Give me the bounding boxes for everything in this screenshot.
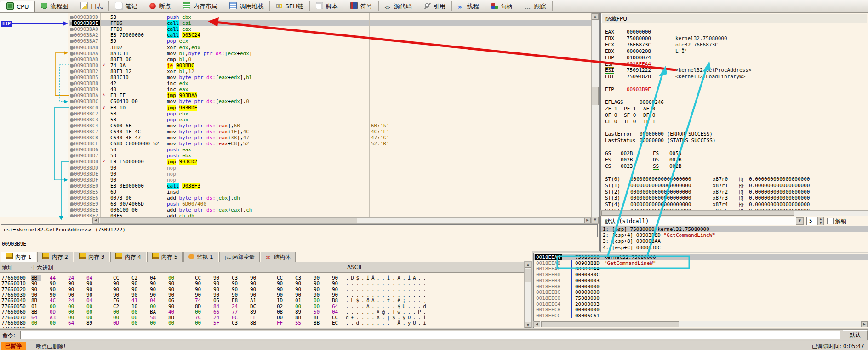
dump-row[interactable]: 7766001090909090909090909090909090909090…	[0, 281, 532, 286]
default-button[interactable]: 默认	[843, 330, 868, 340]
disasm-row[interactable]: 00903BE56Dinsd	[69, 189, 591, 195]
breakpoint-dot-icon[interactable]	[70, 88, 74, 92]
breakpoint-dot-icon[interactable]	[70, 178, 74, 182]
register-row[interactable]: ST(0)00000000000000000000x87r0空0.0000000…	[601, 176, 868, 183]
stack-row[interactable]: 0018EEAC000008AA	[534, 266, 868, 272]
stack-row[interactable]: 0018EEBC00000000	[534, 289, 868, 295]
breakpoint-dot-icon[interactable]	[70, 118, 74, 122]
breakpoint-dot-icon[interactable]	[70, 34, 74, 37]
scroll-left-icon[interactable]: ◀	[534, 321, 540, 327]
tab-script[interactable]: 脚本	[310, 1, 344, 11]
dump-row[interactable]: 7766005001000000C21000908D8424DC02000064…	[0, 304, 532, 309]
dump-row[interactable]: 77660090	[0, 326, 532, 328]
disasm-row[interactable]: 00903BC358pop eax	[69, 117, 591, 123]
stack-row[interactable]: 0018EEB800000000	[534, 284, 868, 290]
dump-vscrollbar[interactable]: ▲ ▼	[524, 261, 532, 328]
stack-row[interactable]: 0018EEA800903B8D"GetCommandLineW"	[534, 260, 868, 266]
scroll-left-icon[interactable]: ◀	[92, 218, 99, 223]
scroll-right-icon[interactable]: ▶	[861, 321, 868, 327]
breakpoint-dot-icon[interactable]	[70, 166, 74, 170]
disasm-row[interactable]: 00903BD753push ebx	[69, 153, 591, 159]
tab-seh[interactable]: SEH链	[270, 1, 309, 11]
register-row[interactable]: ST(2)00000000000000000000x87r2空0.0000000…	[601, 189, 868, 195]
dump-row[interactable]: 776600608B0D00000000BA400066778908895004…	[0, 309, 532, 315]
tab-break[interactable]: 断点	[143, 1, 177, 11]
disasm-row[interactable]: 00903BDD90nop	[69, 165, 591, 171]
disasm-row[interactable]: 00903B9D53push ebx	[69, 14, 591, 20]
register-row[interactable]: ST(1)00000000000000000000x87r1空0.0000000…	[601, 183, 868, 189]
stack-row[interactable]: 0018EECC08006C61	[534, 313, 868, 319]
tab-trace[interactable]: 跟踪	[519, 1, 553, 11]
disasm-row[interactable]: 00903BA759pop ecx	[69, 38, 591, 44]
disasm-row[interactable]: 00903BC0∨EB 1Djmp 903BDF	[69, 105, 591, 111]
stack-row[interactable]: 0018EEB00000030C	[534, 272, 868, 278]
breakpoint-dot-icon[interactable]	[70, 28, 74, 31]
breakpoint-dot-icon[interactable]	[70, 64, 74, 68]
register-row[interactable]: OF 0SF 0DF 0	[601, 112, 868, 119]
register-row[interactable]: ESP0018EEA4	[601, 61, 868, 68]
dump-row[interactable]: 776600408B4C2404F64104067405E8A11D0100B8…	[0, 298, 532, 303]
argument-row[interactable]: 4: [esp+C] 0000030C	[601, 245, 868, 251]
stack-row[interactable]: 0018EEB400000003	[534, 278, 868, 284]
argument-row[interactable]: 5: [esp+10] 00000003	[601, 251, 868, 252]
dump-row[interactable]: 77660080000064890D000000005FC38BFF558BEC…	[0, 320, 532, 326]
dump-row[interactable]: 7766007064A300000000588D7C240CFFD08B8FCC…	[0, 315, 532, 320]
tab-memmap[interactable]: 内存布局	[177, 1, 223, 11]
disasm-row[interactable]: 00903BC7C640 1E 4Cmov byte ptr ds:[eax+1…	[69, 129, 591, 135]
disasm-row[interactable]: 00903BAA8A1C11mov bl,byte ptr ds:[ecx+ed…	[69, 51, 591, 57]
tab-memtab-3[interactable]: 内存 3	[74, 252, 109, 262]
register-row[interactable]: ES002BDS002B	[601, 157, 868, 163]
chevron-down-icon[interactable]: ▼	[796, 217, 804, 225]
breakpoint-dot-icon[interactable]	[70, 124, 74, 128]
disasm-row[interactable]: 00903BE60073 00add byte ptr ds:[ebx],dh	[69, 195, 591, 201]
command-input[interactable]	[20, 331, 840, 339]
breakpoint-dot-icon[interactable]	[70, 94, 74, 98]
scroll-thumb[interactable]	[541, 321, 679, 327]
register-row[interactable]: CS0023SS002B	[601, 163, 868, 170]
tab-symbols[interactable]: 符号	[344, 1, 379, 11]
register-row[interactable]: GS002BFS0053	[601, 150, 868, 157]
disasm-row[interactable]: 00903BD650push eax	[69, 147, 591, 153]
scroll-thumb[interactable]	[592, 87, 599, 105]
stepper-buttons[interactable]: ▲▼	[817, 217, 824, 225]
breakpoint-dot-icon[interactable]	[70, 82, 74, 86]
breakpoint-dot-icon[interactable]	[70, 46, 74, 50]
disasm-row[interactable]: 00903BE968 0074006Dpush 6D007400	[69, 201, 591, 207]
stack-row[interactable]: 0018EEC420000003	[534, 301, 868, 307]
breakpoint-dot-icon[interactable]	[70, 112, 74, 116]
dump-row[interactable]: 7766002090909090909090909090909090909090…	[0, 287, 532, 292]
disasm-row[interactable]: 00903BB5881C10mov byte ptr ds:[eax+edx],…	[69, 75, 591, 80]
breakpoint-dot-icon[interactable]	[70, 202, 74, 206]
breakpoint-dot-icon[interactable]	[70, 52, 74, 56]
breakpoint-dot-icon[interactable]	[70, 58, 74, 62]
tab-cpu[interactable]: CPU	[0, 1, 35, 12]
register-row[interactable]: ZF 1PF 1AF 0	[601, 106, 868, 112]
disasm-row[interactable]: 00903BC4C600 6Bmov byte ptr ds:[eax],6B6…	[69, 123, 591, 129]
unlock-checkbox[interactable]	[827, 218, 834, 224]
arg-count-stepper[interactable]: 5	[806, 217, 817, 225]
disasm-row[interactable]: 00903BB842inc edx	[69, 80, 591, 86]
registers-panel[interactable]: 隐藏FPU EAX00000000EBX75080000kernel32.750…	[600, 13, 868, 212]
disasm-row[interactable]: 00903BBA∧EB EEjmp 903BAA	[69, 92, 591, 98]
breakpoint-dot-icon[interactable]	[70, 136, 74, 140]
calling-convention-select[interactable]: 默认 (stdcall)	[602, 217, 804, 225]
disasm-row[interactable]: 00903BDF90nop	[69, 177, 591, 183]
tab-struct[interactable]: 结构体	[261, 252, 296, 262]
breakpoint-dot-icon[interactable]	[70, 76, 74, 80]
register-row[interactable]: ESI75091222<kernel32.GetProcAddress>	[601, 67, 868, 74]
scroll-up-icon[interactable]: ▲	[525, 262, 531, 268]
disasm-row[interactable]: 00903BD8∨E9 F5000000jmp 903CD2	[69, 159, 591, 165]
tab-watch-1[interactable]: 监视 1	[183, 252, 218, 262]
registers-hscrollbar[interactable]	[600, 210, 868, 216]
breakpoint-dot-icon[interactable]	[70, 16, 74, 19]
tab-flow[interactable]: 流程图	[35, 1, 74, 11]
tab-memtab-4[interactable]: 内存 4	[110, 252, 146, 262]
tab-locals[interactable]: 局部变量	[219, 252, 260, 262]
breakpoint-dot-icon[interactable]	[70, 130, 74, 134]
tab-threads[interactable]: 线程	[452, 1, 485, 11]
disassembly-view[interactable]: 00903B9D53push ebx00903B9EFFD6call esi00…	[0, 13, 591, 217]
disasm-row[interactable]: 00903BEE006C00 00add byte ptr ds:[eax+ea…	[69, 207, 591, 213]
stack-row[interactable]: 0018EEC075080000	[534, 295, 868, 301]
register-row[interactable]: LastError00000000 (ERROR_SUCCESS)	[601, 131, 868, 138]
argument-row[interactable]: 1: [esp] 75080000 kernel32.75080000	[601, 226, 868, 232]
